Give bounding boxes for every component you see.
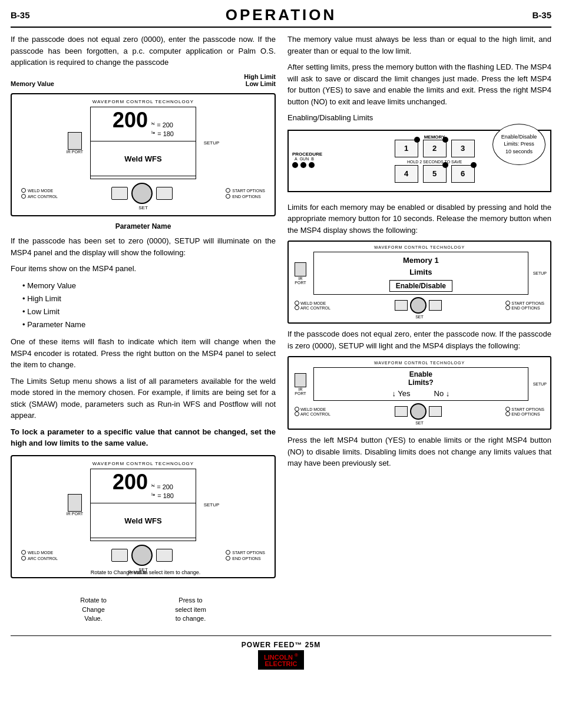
enable-arc-control: ARC CONTROL [295, 411, 330, 416]
mem-btn-4[interactable]: 4 [395, 165, 418, 183]
right-para4: If the passcode does not equal zero, ent… [287, 328, 551, 351]
enable-device-row: IR PORT Enable Limits? ↓ Yes No ↓ SETUP [292, 367, 547, 401]
memory1-bottom-right-labels: START OPTIONS END OPTIONS [505, 301, 544, 310]
diagram1-screen: 200 ʰⁱ = 200 ˡᵒ = 180 Weld WFS [90, 107, 196, 180]
diagram1-bottom-left: WELD MODE ARC CONTROL [21, 188, 58, 199]
left-para1: If the passcode does not equal zero (000… [11, 34, 276, 68]
diagram2-bottom-row: WELD MODE ARC CONTROL Rotate to Change V… [16, 545, 270, 566]
proc-dot1 [292, 162, 298, 168]
diagram1-wrapper: Memory Value High Limit Low Limit WAVEFO… [11, 73, 276, 231]
bullet-item-1: High Limit [22, 292, 276, 305]
memory1-device: WAVEFORM CONTROL TECHNOLOGY IR PORT Memo… [287, 241, 551, 324]
proc-dot3 [309, 162, 315, 168]
enable-start-circle [505, 407, 510, 411]
press-annotation: Press toselect itemto change. [175, 596, 206, 623]
diagram2-arc-control-label: ARC CONTROL [21, 556, 58, 561]
weld-mode-label: WELD MODE [21, 188, 58, 193]
mem-btn-5[interactable]: 5 [423, 165, 447, 183]
diagram2-end-options-circle [226, 556, 230, 561]
right-btn2 [156, 549, 173, 562]
enable-device-top-label: WAVEFORM CONTROL TECHNOLOGY [292, 361, 547, 365]
page-header: B-35 OPERATION B-35 [11, 6, 551, 28]
diagram1-bottom-row: WELD MODE ARC CONTROL [16, 183, 270, 204]
enable-screen-text: Enable Limits? [408, 370, 434, 387]
proc-dots [292, 162, 322, 168]
diagram2-screen: 200 ʰⁱ = 200 ˡᵒ = 180 Weld WFS [90, 469, 196, 542]
procedure-label: PROCEDURE [292, 151, 322, 157]
footer-brand: POWER FEED™ 25M [11, 641, 551, 649]
enable-right-btn [429, 406, 442, 417]
high-limit-label: High Limit [244, 73, 276, 80]
diagram2-annotations: Rotate toChangeValue. Press toselect ite… [11, 596, 276, 623]
memory1-device-top-label: WAVEFORM CONTROL TECHNOLOGY [292, 245, 547, 249]
right-para3: Limits for each memory may be enabled or… [287, 202, 551, 236]
enable-weld-mode: WELD MODE [295, 407, 330, 411]
header-title: OPERATION [226, 6, 337, 24]
memory1-line1: Memory 1 [403, 256, 439, 265]
diagram1-setup-label: SETUP [202, 140, 221, 146]
mem-btn-6[interactable]: 6 [451, 165, 475, 183]
page-footer: POWER FEED™ 25M LINCOLN ® ELECTRIC [11, 635, 551, 670]
memory1-left-btn [395, 300, 408, 311]
mem-btn-2[interactable]: 2 [423, 140, 447, 157]
arc-control-circle [21, 194, 26, 199]
memory1-device-bottom: WELD MODE ARC CONTROL [292, 297, 547, 314]
diagram2-setup-label: SETUP [202, 502, 221, 508]
callout-box: Enable/Disable Limits: Press 10 seconds [492, 124, 546, 165]
diagram2-weld-mode-circle [21, 550, 26, 555]
page: B-35 OPERATION B-35 If the passcode does… [0, 0, 562, 728]
enable-start-options: START OPTIONS [505, 407, 544, 411]
enable-arc-control-circle [295, 411, 299, 416]
mem-btn-2-dot [442, 137, 448, 143]
memory1-enable-disable-btn: Enable/Disable [389, 280, 452, 292]
enable-end-options: END OPTIONS [505, 411, 544, 416]
diagram1-buttons [111, 183, 173, 204]
yes-no-row: ↓ Yes No ↓ [392, 389, 449, 398]
memory1-set-label: SET [292, 315, 547, 319]
mem-btn-1-dot [414, 137, 420, 143]
memory-value-label: Memory Value [11, 80, 54, 87]
mem-btn-1[interactable]: 1 [395, 140, 418, 157]
diagram1-display-row: IR PORT 200 ʰⁱ = 200 ˡᵒ = 180 Weld WFS [16, 107, 270, 180]
right-column: The memory value must always be less tha… [287, 34, 551, 624]
enabling-section-title: Enabling/Disabling Limits [287, 112, 551, 124]
memory1-device-buttons [395, 297, 442, 314]
diagram2-high-limit: ʰⁱ = 200 [151, 483, 174, 492]
memory1-knob [410, 297, 427, 314]
diagram2-display-row: IR PORT 200 ʰⁱ = 200 ˡᵒ = 180 Weld WFS [16, 469, 270, 542]
diagram1-high-limit: ʰⁱ = 200 [151, 121, 174, 130]
enable-end-circle [505, 411, 510, 416]
left-column: If the passcode does not equal zero (000… [11, 34, 276, 624]
diagram1-low-limit: ˡᵒ = 180 [151, 130, 174, 139]
diagram2-arc-control-circle [21, 556, 26, 561]
left-para5: The Limits Setup menu shows a list of al… [11, 375, 276, 421]
left-para4: One of these items will flash to indicat… [11, 336, 276, 371]
callout-text: Enable/Disable Limits: Press 10 seconds [501, 133, 537, 156]
enable-weld-mode-circle [295, 407, 299, 411]
diagram2-weld-mode-label: WELD MODE [21, 550, 58, 555]
diagram2-wrapper: WAVEFORM CONTROL TECHNOLOGY IR PORT 200 … [11, 455, 276, 579]
right-btn1 [156, 187, 173, 200]
diagram2-end-options-label: END OPTIONS [226, 556, 265, 561]
diagram2-bottom-right: START OPTIONS END OPTIONS [226, 550, 265, 561]
diagram1-param-name: Weld WFS [90, 141, 196, 176]
weld-mode-circle [21, 188, 26, 193]
memory1-ir-port: IR PORT [292, 262, 309, 285]
diagram2-ir-port: IR PORT [65, 494, 84, 516]
gun-b-label: B [311, 157, 314, 161]
enable-line1: Enable [409, 370, 432, 378]
start-options-label: START OPTIONS [226, 188, 265, 193]
enable-knob [410, 403, 427, 420]
header-right: B-35 [532, 10, 551, 20]
memory1-right-btn [429, 300, 442, 311]
enable-set-label: SET [292, 421, 547, 425]
mem-btn-3[interactable]: 3 [451, 140, 475, 157]
enable-line2: Limits? [408, 378, 434, 387]
diagram1-top-label: WAVEFORM CONTROL TECHNOLOGY [16, 99, 270, 104]
enable-device-buttons [395, 403, 442, 420]
left-para3: Four items show on the MSP4 panel. [11, 263, 276, 275]
enable-bottom-right-labels: START OPTIONS END OPTIONS [505, 407, 544, 416]
start-options-circle [226, 188, 230, 193]
no-label: No ↓ [434, 389, 450, 398]
footer-logo-line2: ELECTRIC [265, 660, 297, 667]
